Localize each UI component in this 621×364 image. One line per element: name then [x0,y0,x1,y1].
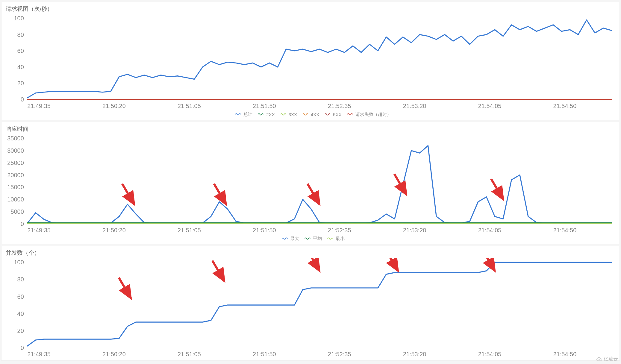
legend-swatch [347,113,354,116]
cloud-icon: ∞ [596,357,602,361]
svg-text:21:49:35: 21:49:35 [27,227,51,233]
legend-label: 总计 [243,112,252,117]
svg-text:21:49:35: 21:49:35 [27,103,51,109]
svg-text:100: 100 [14,259,24,266]
svg-text:80: 80 [17,31,24,38]
svg-text:20000: 20000 [7,172,24,178]
legend-swatch [280,113,287,116]
legend-swatch [302,113,309,116]
legend-label: 2XX [266,112,275,117]
svg-text:21:51:05: 21:51:05 [178,103,201,109]
svg-text:21:52:35: 21:52:35 [328,351,351,357]
svg-line-51 [308,258,319,271]
watermark: ∞ 亿速云 [596,356,618,362]
chart-title: 并发数（个） [6,249,616,257]
svg-text:21:52:35: 21:52:35 [328,103,351,109]
svg-text:21:51:05: 21:51:05 [178,351,201,357]
svg-text:21:51:50: 21:51:50 [253,103,276,109]
svg-line-34 [491,179,503,199]
svg-text:21:54:50: 21:54:50 [553,227,577,233]
svg-text:20: 20 [17,327,24,334]
legend-label: 3XX [289,112,297,117]
svg-line-32 [308,183,319,204]
svg-text:100: 100 [14,15,24,22]
svg-text:21:54:50: 21:54:50 [553,351,577,357]
svg-text:21:54:05: 21:54:05 [478,351,502,357]
svg-line-30 [122,183,134,204]
chart-legend: 最大平均最小 [5,234,616,242]
svg-text:40: 40 [17,64,24,70]
chart-svg: 02040608010021:49:3521:50:2021:51:0521:5… [5,258,616,358]
legend-label: 4XX [311,112,319,117]
chart-svg: 0500010000150002000025000300003500021:49… [5,134,616,234]
svg-line-52 [386,258,398,271]
svg-text:21:50:20: 21:50:20 [102,227,126,233]
svg-text:20: 20 [17,80,24,87]
legend-swatch [258,113,264,116]
legend-label: 请求失败（超时） [355,112,391,117]
chart-panel-0: 请求视图（次/秒）02040608010021:49:3521:50:2021:… [1,2,620,120]
svg-text:21:54:05: 21:54:05 [478,227,502,233]
svg-text:21:53:20: 21:53:20 [403,103,426,109]
svg-text:21:51:50: 21:51:50 [253,227,276,233]
svg-text:30000: 30000 [7,147,24,154]
svg-text:21:49:35: 21:49:35 [27,351,51,357]
chart-legend: 总计2XX3XX4XX5XX请求失败（超时） [5,110,616,118]
svg-text:21:50:20: 21:50:20 [102,103,126,109]
svg-text:0: 0 [21,96,24,103]
svg-text:35000: 35000 [7,135,24,142]
svg-line-50 [212,261,224,281]
chart-panel-1: 响应时间050001000015000200002500030000350002… [1,122,620,244]
svg-text:21:51:05: 21:51:05 [178,227,201,233]
watermark-text: 亿速云 [604,356,618,361]
legend-label: 5XX [333,112,341,117]
svg-line-49 [119,278,131,298]
svg-text:21:54:05: 21:54:05 [478,103,502,109]
svg-text:21:53:20: 21:53:20 [403,351,426,357]
svg-line-31 [214,183,226,204]
svg-text:21:50:20: 21:50:20 [102,351,126,357]
svg-text:80: 80 [17,276,24,283]
svg-text:21:51:50: 21:51:50 [253,351,276,357]
chart-svg: 02040608010021:49:3521:50:2021:51:0521:5… [5,14,616,110]
svg-text:60: 60 [17,293,24,300]
legend-swatch [235,113,242,116]
legend-swatch [305,237,311,240]
svg-text:10000: 10000 [7,196,24,203]
chart-title: 请求视图（次/秒） [6,5,616,13]
svg-text:25000: 25000 [7,159,24,166]
legend-swatch [327,237,334,240]
legend-label: 平均 [313,236,322,241]
svg-text:0: 0 [21,220,24,227]
svg-text:15000: 15000 [7,184,24,190]
svg-text:∞: ∞ [599,359,600,360]
svg-text:60: 60 [17,48,24,54]
svg-text:5000: 5000 [10,208,24,215]
svg-text:21:54:50: 21:54:50 [553,103,577,109]
legend-label: 最大 [290,236,299,241]
legend-swatch [282,237,288,240]
legend-label: 最小 [336,236,345,241]
svg-text:40: 40 [17,310,24,317]
svg-text:21:52:35: 21:52:35 [328,227,351,233]
chart-title: 响应时间 [6,125,616,133]
legend-swatch [325,113,331,116]
chart-panel-2: 并发数（个）02040608010021:49:3521:50:2021:51:… [1,246,620,360]
svg-text:21:53:20: 21:53:20 [403,227,426,233]
svg-text:0: 0 [21,345,24,351]
